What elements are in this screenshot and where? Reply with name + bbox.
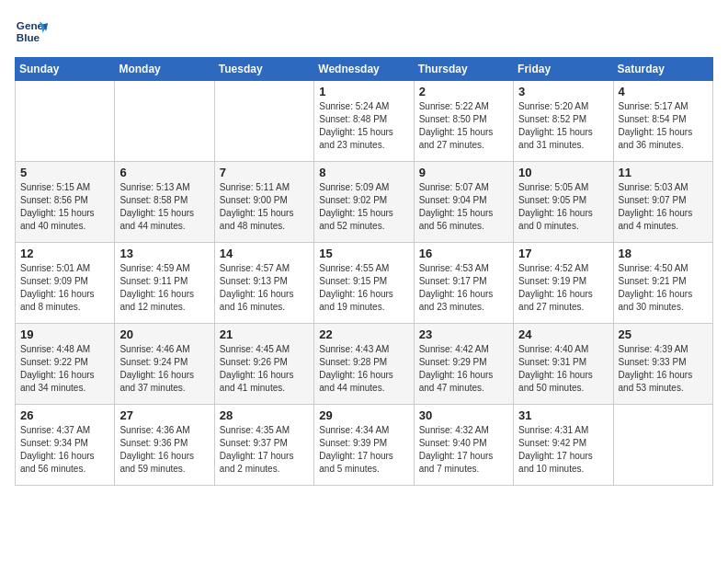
calendar-cell: 26Sunrise: 4:37 AM Sunset: 9:34 PM Dayli… <box>16 405 115 486</box>
calendar-cell: 30Sunrise: 4:32 AM Sunset: 9:40 PM Dayli… <box>414 405 513 486</box>
day-info: Sunrise: 5:17 AM Sunset: 8:54 PM Dayligh… <box>619 100 708 152</box>
calendar-cell: 29Sunrise: 4:34 AM Sunset: 9:39 PM Dayli… <box>314 405 414 486</box>
calendar-cell <box>115 81 214 162</box>
day-info: Sunrise: 5:24 AM Sunset: 8:48 PM Dayligh… <box>319 100 408 152</box>
calendar-cell: 20Sunrise: 4:46 AM Sunset: 9:24 PM Dayli… <box>115 324 214 405</box>
calendar-cell <box>214 81 313 162</box>
day-number: 28 <box>220 408 309 422</box>
page-header: General Blue <box>15 15 713 48</box>
day-number: 12 <box>20 247 109 260</box>
logo-icon: General Blue <box>15 15 48 48</box>
calendar-cell <box>613 405 712 486</box>
day-number: 23 <box>419 327 508 341</box>
day-number: 16 <box>419 247 508 260</box>
calendar-cell: 5Sunrise: 5:15 AM Sunset: 8:56 PM Daylig… <box>16 162 115 243</box>
calendar-cell: 15Sunrise: 4:55 AM Sunset: 9:15 PM Dayli… <box>314 243 414 324</box>
day-number: 5 <box>20 166 109 179</box>
calendar-cell: 14Sunrise: 4:57 AM Sunset: 9:13 PM Dayli… <box>214 243 313 324</box>
weekday-header-sunday: Sunday <box>16 58 115 81</box>
day-number: 26 <box>20 408 109 422</box>
weekday-header-saturday: Saturday <box>613 58 712 81</box>
week-row-3: 12Sunrise: 5:01 AM Sunset: 9:09 PM Dayli… <box>16 243 713 324</box>
calendar-cell: 13Sunrise: 4:59 AM Sunset: 9:11 PM Dayli… <box>115 243 214 324</box>
day-number: 25 <box>619 327 708 341</box>
calendar-cell: 28Sunrise: 4:35 AM Sunset: 9:37 PM Dayli… <box>214 405 313 486</box>
day-number: 29 <box>319 408 408 422</box>
weekday-header-thursday: Thursday <box>414 58 513 81</box>
day-number: 13 <box>119 247 209 260</box>
day-info: Sunrise: 4:40 AM Sunset: 9:31 PM Dayligh… <box>518 343 608 395</box>
day-info: Sunrise: 5:05 AM Sunset: 9:05 PM Dayligh… <box>518 181 608 233</box>
day-info: Sunrise: 4:36 AM Sunset: 9:36 PM Dayligh… <box>119 424 209 476</box>
day-info: Sunrise: 4:50 AM Sunset: 9:21 PM Dayligh… <box>619 262 708 314</box>
day-number: 17 <box>518 247 608 260</box>
week-row-4: 19Sunrise: 4:48 AM Sunset: 9:22 PM Dayli… <box>16 324 713 405</box>
calendar-cell: 17Sunrise: 4:52 AM Sunset: 9:19 PM Dayli… <box>514 243 613 324</box>
day-info: Sunrise: 5:01 AM Sunset: 9:09 PM Dayligh… <box>20 262 109 314</box>
day-info: Sunrise: 5:13 AM Sunset: 8:58 PM Dayligh… <box>119 181 209 233</box>
calendar-cell: 21Sunrise: 4:45 AM Sunset: 9:26 PM Dayli… <box>214 324 313 405</box>
day-info: Sunrise: 4:32 AM Sunset: 9:40 PM Dayligh… <box>419 424 508 476</box>
day-info: Sunrise: 5:07 AM Sunset: 9:04 PM Dayligh… <box>419 181 508 233</box>
calendar-cell: 23Sunrise: 4:42 AM Sunset: 9:29 PM Dayli… <box>414 324 513 405</box>
svg-text:Blue: Blue <box>17 31 40 43</box>
day-info: Sunrise: 4:37 AM Sunset: 9:34 PM Dayligh… <box>20 424 109 476</box>
day-number: 30 <box>419 408 508 422</box>
day-number: 4 <box>619 85 708 98</box>
weekday-header-tuesday: Tuesday <box>214 58 313 81</box>
day-info: Sunrise: 4:31 AM Sunset: 9:42 PM Dayligh… <box>518 424 608 476</box>
day-info: Sunrise: 5:22 AM Sunset: 8:50 PM Dayligh… <box>419 100 508 152</box>
week-row-5: 26Sunrise: 4:37 AM Sunset: 9:34 PM Dayli… <box>16 405 713 486</box>
day-info: Sunrise: 4:57 AM Sunset: 9:13 PM Dayligh… <box>220 262 309 314</box>
day-info: Sunrise: 4:53 AM Sunset: 9:17 PM Dayligh… <box>419 262 508 314</box>
day-number: 27 <box>119 408 209 422</box>
day-number: 7 <box>220 166 309 179</box>
calendar-cell: 10Sunrise: 5:05 AM Sunset: 9:05 PM Dayli… <box>514 162 613 243</box>
day-info: Sunrise: 4:39 AM Sunset: 9:33 PM Dayligh… <box>619 343 708 395</box>
day-info: Sunrise: 4:34 AM Sunset: 9:39 PM Dayligh… <box>319 424 408 476</box>
day-number: 20 <box>119 327 209 341</box>
calendar-cell: 1Sunrise: 5:24 AM Sunset: 8:48 PM Daylig… <box>314 81 414 162</box>
day-number: 19 <box>20 327 109 341</box>
calendar-cell: 6Sunrise: 5:13 AM Sunset: 8:58 PM Daylig… <box>115 162 214 243</box>
calendar-cell <box>16 81 115 162</box>
day-number: 22 <box>319 327 408 341</box>
day-info: Sunrise: 4:52 AM Sunset: 9:19 PM Dayligh… <box>518 262 608 314</box>
day-number: 31 <box>518 408 608 422</box>
day-number: 18 <box>619 247 708 260</box>
day-info: Sunrise: 4:42 AM Sunset: 9:29 PM Dayligh… <box>419 343 508 395</box>
day-info: Sunrise: 5:15 AM Sunset: 8:56 PM Dayligh… <box>20 181 109 233</box>
calendar-cell: 19Sunrise: 4:48 AM Sunset: 9:22 PM Dayli… <box>16 324 115 405</box>
calendar-cell: 2Sunrise: 5:22 AM Sunset: 8:50 PM Daylig… <box>414 81 513 162</box>
day-number: 9 <box>419 166 508 179</box>
calendar-cell: 16Sunrise: 4:53 AM Sunset: 9:17 PM Dayli… <box>414 243 513 324</box>
calendar-table: SundayMondayTuesdayWednesdayThursdayFrid… <box>15 57 713 486</box>
day-info: Sunrise: 5:20 AM Sunset: 8:52 PM Dayligh… <box>518 100 608 152</box>
day-number: 10 <box>518 166 608 179</box>
day-number: 2 <box>419 85 508 98</box>
day-number: 3 <box>518 85 608 98</box>
day-number: 6 <box>119 166 209 179</box>
day-number: 1 <box>319 85 408 98</box>
day-info: Sunrise: 4:59 AM Sunset: 9:11 PM Dayligh… <box>119 262 209 314</box>
week-row-2: 5Sunrise: 5:15 AM Sunset: 8:56 PM Daylig… <box>16 162 713 243</box>
week-row-1: 1Sunrise: 5:24 AM Sunset: 8:48 PM Daylig… <box>16 81 713 162</box>
day-info: Sunrise: 5:03 AM Sunset: 9:07 PM Dayligh… <box>619 181 708 233</box>
weekday-header-row: SundayMondayTuesdayWednesdayThursdayFrid… <box>16 58 713 81</box>
weekday-header-wednesday: Wednesday <box>314 58 414 81</box>
calendar-cell: 31Sunrise: 4:31 AM Sunset: 9:42 PM Dayli… <box>514 405 613 486</box>
weekday-header-monday: Monday <box>115 58 214 81</box>
logo: General Blue <box>15 15 48 48</box>
calendar-cell: 22Sunrise: 4:43 AM Sunset: 9:28 PM Dayli… <box>314 324 414 405</box>
calendar-cell: 7Sunrise: 5:11 AM Sunset: 9:00 PM Daylig… <box>214 162 313 243</box>
calendar-cell: 3Sunrise: 5:20 AM Sunset: 8:52 PM Daylig… <box>514 81 613 162</box>
day-info: Sunrise: 5:11 AM Sunset: 9:00 PM Dayligh… <box>220 181 309 233</box>
weekday-header-friday: Friday <box>514 58 613 81</box>
day-number: 21 <box>220 327 309 341</box>
day-info: Sunrise: 4:46 AM Sunset: 9:24 PM Dayligh… <box>119 343 209 395</box>
day-number: 15 <box>319 247 408 260</box>
day-info: Sunrise: 4:48 AM Sunset: 9:22 PM Dayligh… <box>20 343 109 395</box>
calendar-cell: 18Sunrise: 4:50 AM Sunset: 9:21 PM Dayli… <box>613 243 712 324</box>
day-info: Sunrise: 5:09 AM Sunset: 9:02 PM Dayligh… <box>319 181 408 233</box>
day-number: 24 <box>518 327 608 341</box>
